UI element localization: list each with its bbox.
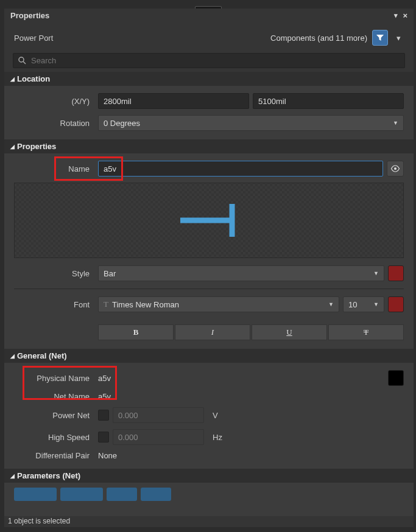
- font-family-select[interactable]: T Times New Roman ▼: [98, 296, 339, 312]
- section-header-parameters-net[interactable]: ◢ Parameters (Net): [4, 469, 414, 483]
- section-body-parameters-net: [4, 483, 414, 517]
- section-body-location: (X/Y) Rotation 0 Degrees ▼: [4, 86, 414, 139]
- power-net-label: Power Net: [14, 411, 94, 420]
- filter-button[interactable]: [372, 30, 388, 46]
- strikethrough-button[interactable]: T: [328, 324, 404, 340]
- chevron-down-icon: ▼: [393, 120, 398, 126]
- underline-button[interactable]: U: [252, 324, 327, 340]
- style-label: Style: [14, 269, 94, 278]
- net-color-swatch[interactable]: [388, 370, 404, 386]
- diff-pair-value: None: [98, 451, 117, 460]
- svg-line-1: [23, 61, 26, 64]
- chevron-down-icon: ◢: [10, 353, 15, 359]
- power-net-input: [113, 407, 204, 423]
- xy-label: (X/Y): [14, 97, 94, 106]
- chevron-down-icon: ▼: [328, 301, 334, 307]
- font-color-swatch[interactable]: [388, 296, 404, 312]
- filter-dropdown[interactable]: ▾: [393, 30, 404, 46]
- name-input[interactable]: [98, 161, 383, 177]
- diff-pair-label: Differential Pair: [14, 451, 94, 460]
- context-bar: Power Port Components (and 11 more) ▾: [4, 23, 414, 53]
- font-label: Font: [14, 300, 94, 309]
- high-speed-unit: Hz: [213, 433, 222, 442]
- bold-button[interactable]: B: [98, 324, 174, 340]
- physical-name-label: Physical Name: [14, 374, 94, 383]
- status-bar: 1 object is selected: [4, 516, 414, 527]
- rotation-label: Rotation: [14, 119, 94, 128]
- panel-title: Properties: [10, 11, 49, 20]
- font-size-select[interactable]: 10 ▼: [343, 296, 384, 312]
- net-name-label: Net Name: [14, 392, 94, 401]
- chevron-down-icon: ◢: [10, 144, 15, 150]
- visibility-button[interactable]: [387, 161, 404, 177]
- section-body-general-net: Physical Name a5v Net Name a5v Power Net…: [4, 363, 414, 469]
- y-input[interactable]: [253, 93, 404, 109]
- svg-point-0: [19, 57, 24, 62]
- high-speed-input: [113, 429, 204, 445]
- close-icon[interactable]: ×: [403, 11, 407, 20]
- chevron-down-icon: ◢: [10, 473, 15, 479]
- funnel-icon: [376, 33, 384, 42]
- search-bar[interactable]: [13, 53, 405, 68]
- bar-symbol-icon: [175, 199, 242, 242]
- search-input[interactable]: [31, 56, 400, 65]
- divider: [14, 289, 404, 289]
- style-color-swatch[interactable]: [388, 265, 404, 281]
- name-label: Name: [14, 164, 94, 173]
- properties-panel: Properties ▾ × Power Port Components (an…: [4, 9, 414, 517]
- high-speed-label: High Speed: [14, 433, 94, 442]
- status-text: 1 object is selected: [8, 517, 70, 525]
- context-object: Power Port: [14, 33, 53, 43]
- x-input[interactable]: [98, 93, 249, 109]
- pin-icon[interactable]: ▾: [394, 12, 398, 19]
- param-pill[interactable]: [60, 488, 103, 501]
- italic-button[interactable]: I: [175, 324, 250, 340]
- section-header-location[interactable]: ◢ Location: [4, 72, 414, 86]
- style-preview: [14, 183, 404, 258]
- style-select[interactable]: Bar ▼: [98, 265, 384, 281]
- rotation-select[interactable]: 0 Degrees ▼: [98, 115, 404, 131]
- filter-text: Components (and 11 more): [270, 33, 367, 43]
- physical-name-value: a5v: [98, 374, 111, 383]
- font-glyph-icon: T: [104, 299, 108, 309]
- power-net-checkbox[interactable]: [98, 410, 109, 421]
- search-icon: [18, 57, 26, 65]
- section-header-general-net[interactable]: ◢ General (Net): [4, 349, 414, 363]
- scroll-body: ◢ Location (X/Y) Rotation 0 Degrees ▼ ◢ …: [4, 72, 414, 517]
- panel-header: Properties ▾ ×: [4, 9, 414, 23]
- chevron-down-icon: ◢: [10, 76, 15, 82]
- param-pill[interactable]: [107, 488, 137, 501]
- param-pill[interactable]: [141, 488, 171, 501]
- section-body-properties: Name Style Bar ▼: [4, 153, 414, 349]
- power-net-unit: V: [213, 411, 218, 420]
- net-name-value: a5v: [98, 392, 111, 401]
- svg-point-2: [394, 167, 397, 170]
- chevron-down-icon: ▼: [373, 270, 379, 276]
- param-pill[interactable]: [14, 488, 57, 501]
- eye-icon: [390, 165, 400, 172]
- section-header-properties[interactable]: ◢ Properties: [4, 139, 414, 153]
- high-speed-checkbox[interactable]: [98, 432, 109, 443]
- chevron-down-icon: ▼: [373, 301, 379, 307]
